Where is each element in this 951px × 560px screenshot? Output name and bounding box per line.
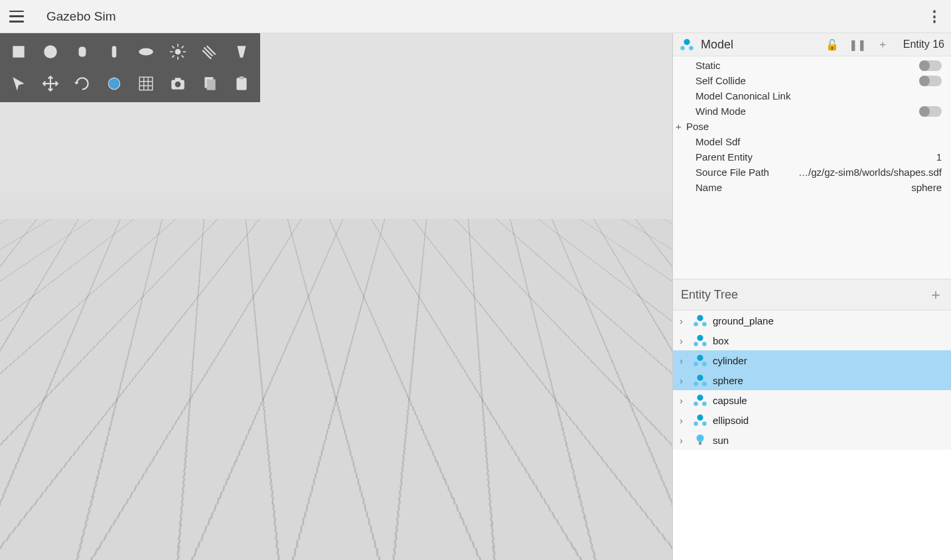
entity-tree[interactable]: ›ground_plane›box›cylinder›sphere›capsul… — [673, 311, 951, 560]
prop-canonical[interactable]: Model Canonical Link — [673, 88, 951, 104]
chevron-right-icon[interactable]: › — [680, 395, 690, 406]
paste-button[interactable] — [227, 69, 256, 98]
reset-button[interactable]: ↻ — [74, 529, 94, 549]
insert-pointlight-button[interactable] — [163, 37, 192, 66]
tree-item-ground_plane[interactable]: ›ground_plane — [673, 311, 951, 330]
svg-point-53 — [702, 421, 706, 425]
svg-point-50 — [702, 401, 706, 405]
expand-icon[interactable]: + — [676, 121, 685, 132]
globe-tool-button[interactable] — [100, 69, 129, 98]
tree-item-label: sun — [713, 435, 729, 446]
svg-point-4 — [139, 48, 153, 56]
unlock-icon[interactable]: 🔓 — [824, 38, 841, 51]
tree-item-label: sphere — [713, 375, 743, 386]
screenshot-button[interactable] — [163, 69, 192, 98]
viewport-3d[interactable]: ❚❚ ▸▸ ↻ ‹ 98.96 % — [0, 33, 672, 560]
prop-pose[interactable]: +Pose — [673, 119, 951, 134]
insert-capsule-button[interactable] — [100, 37, 129, 66]
pause-icon[interactable]: ❚❚ — [849, 38, 866, 51]
static-toggle[interactable] — [919, 60, 942, 71]
prop-wind[interactable]: Wind Mode — [673, 104, 951, 119]
chevron-right-icon[interactable]: › — [680, 335, 690, 346]
svg-line-10 — [172, 46, 174, 48]
svg-rect-30 — [207, 80, 216, 90]
svg-rect-54 — [699, 442, 701, 445]
chevron-right-icon[interactable]: › — [680, 435, 690, 446]
translate-tool-button[interactable] — [36, 69, 65, 98]
svg-point-38 — [702, 322, 706, 326]
insert-cylinder-button[interactable] — [68, 37, 97, 66]
svg-point-46 — [694, 382, 697, 385]
svg-line-13 — [172, 55, 174, 57]
tree-item-label: ellipsoid — [713, 415, 749, 426]
svg-line-15 — [207, 46, 216, 54]
copy-button[interactable] — [195, 69, 224, 98]
wind-toggle[interactable] — [919, 106, 942, 117]
svg-point-52 — [694, 421, 697, 425]
insert-spotlight-button[interactable] — [227, 37, 256, 66]
svg-point-45 — [697, 375, 703, 381]
inspector-header: Model 🔓 ❚❚ ＋ Entity 16 — [673, 33, 951, 56]
tree-item-label: cylinder — [713, 355, 747, 366]
kebab-menu-button[interactable]: ⋮ — [927, 8, 942, 25]
chevron-right-icon[interactable]: › — [680, 375, 690, 386]
insert-directional-button[interactable] — [195, 37, 224, 66]
tree-item-capsule[interactable]: ›capsule — [673, 390, 951, 410]
svg-point-36 — [697, 315, 703, 321]
prop-source: Source File Path…/gz/gz-sim8/worlds/shap… — [673, 165, 951, 180]
svg-rect-31 — [236, 78, 246, 90]
model-type-icon — [680, 37, 694, 52]
insert-sphere-button[interactable] — [36, 37, 65, 66]
scene-canvas[interactable] — [0, 33, 672, 560]
pause-button[interactable]: ❚❚ — [5, 525, 33, 553]
svg-line-14 — [204, 48, 212, 56]
chevron-right-icon[interactable]: › — [680, 415, 690, 426]
svg-line-16 — [202, 50, 211, 59]
scene-obj-ellipsoid[interactable] — [131, 389, 171, 423]
svg-rect-28 — [175, 78, 181, 80]
prop-selfcollide[interactable]: Self Collide — [673, 73, 951, 88]
tree-item-cylinder[interactable]: ›cylinder — [673, 350, 951, 370]
scene-obj-capsule[interactable] — [451, 352, 474, 414]
side-panel: Model 🔓 ❚❚ ＋ Entity 16 Static Self Colli… — [672, 33, 951, 560]
chevron-right-icon[interactable]: › — [680, 315, 690, 326]
svg-point-51 — [697, 415, 703, 421]
entity-id: Entity 16 — [903, 38, 944, 50]
svg-point-37 — [694, 322, 697, 326]
rtf-expand-icon[interactable]: ‹ — [612, 539, 616, 553]
select-tool-button[interactable] — [4, 69, 33, 98]
scene-obj-box[interactable] — [274, 338, 331, 411]
tree-item-sphere[interactable]: ›sphere — [673, 370, 951, 390]
svg-point-49 — [694, 401, 697, 405]
app-title: Gazebo Sim — [46, 9, 116, 24]
tree-item-label: ground_plane — [713, 315, 774, 326]
insert-ellipsoid-button[interactable] — [131, 37, 161, 66]
rtf-display: ‹ 98.96 % — [612, 539, 664, 553]
tree-item-ellipsoid[interactable]: ›ellipsoid — [673, 410, 951, 430]
svg-point-27 — [175, 82, 181, 88]
entity-tree-header: Entity Tree ＋ — [673, 279, 951, 311]
tree-item-box[interactable]: ›box — [673, 330, 951, 350]
svg-point-5 — [175, 49, 181, 55]
chevron-right-icon[interactable]: › — [680, 355, 690, 366]
svg-point-35 — [689, 46, 693, 50]
scene-obj-sphere[interactable] — [196, 346, 251, 401]
menu-button[interactable] — [9, 11, 24, 23]
prop-sdf[interactable]: Model Sdf — [673, 134, 951, 149]
tree-item-sun[interactable]: ›sun — [673, 430, 951, 450]
rotate-tool-button[interactable] — [68, 69, 97, 98]
rtf-value: 98.96 % — [625, 541, 664, 553]
svg-line-11 — [181, 55, 183, 57]
svg-rect-0 — [13, 46, 24, 57]
grid-toggle-button[interactable] — [131, 69, 161, 98]
svg-rect-32 — [240, 76, 244, 79]
insert-box-button[interactable] — [4, 37, 33, 66]
prop-static[interactable]: Static — [673, 58, 951, 73]
add-entity-icon[interactable]: ＋ — [928, 285, 943, 305]
prop-name: Namesphere — [673, 180, 951, 195]
selfcollide-toggle[interactable] — [919, 76, 942, 86]
svg-point-34 — [680, 46, 684, 50]
add-component-icon[interactable]: ＋ — [874, 38, 891, 52]
step-button[interactable]: ▸▸ — [44, 529, 64, 549]
svg-point-47 — [702, 382, 706, 385]
